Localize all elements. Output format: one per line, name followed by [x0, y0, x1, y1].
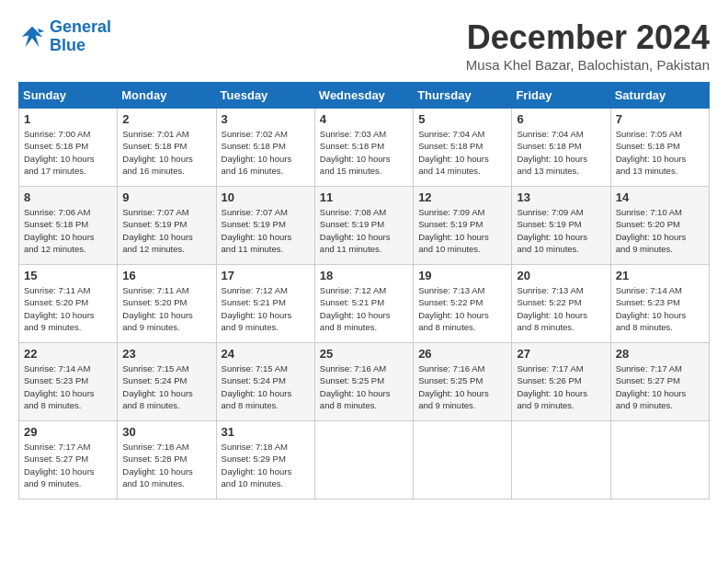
day-info: Sunrise: 7:06 AM Sunset: 5:18 PM Dayligh…: [24, 206, 112, 255]
calendar-header: SundayMondayTuesdayWednesdayThursdayFrid…: [19, 83, 710, 109]
calendar-cell: 24Sunrise: 7:15 AM Sunset: 5:24 PM Dayli…: [216, 343, 314, 421]
day-number: 5: [418, 112, 506, 126]
day-info: Sunrise: 7:16 AM Sunset: 5:25 PM Dayligh…: [320, 362, 408, 411]
weekday-header-thursday: Thursday: [414, 83, 512, 109]
day-info: Sunrise: 7:15 AM Sunset: 5:24 PM Dayligh…: [222, 362, 310, 411]
svg-marker-1: [38, 29, 45, 33]
title-section: December 2024 Musa Khel Bazar, Balochist…: [466, 18, 710, 73]
calendar-week-3: 15Sunrise: 7:11 AM Sunset: 5:20 PM Dayli…: [19, 265, 710, 343]
calendar-cell: 29Sunrise: 7:17 AM Sunset: 5:27 PM Dayli…: [19, 421, 118, 500]
calendar-cell: 25Sunrise: 7:16 AM Sunset: 5:25 PM Dayli…: [314, 343, 413, 421]
day-number: 11: [320, 190, 408, 204]
day-info: Sunrise: 7:02 AM Sunset: 5:18 PM Dayligh…: [222, 128, 310, 177]
calendar-cell: 13Sunrise: 7:09 AM Sunset: 5:19 PM Dayli…: [512, 187, 610, 265]
weekday-header-sunday: Sunday: [19, 83, 118, 109]
day-info: Sunrise: 7:18 AM Sunset: 5:28 PM Dayligh…: [122, 441, 210, 489]
day-number: 15: [24, 269, 112, 282]
calendar-cell: 17Sunrise: 7:12 AM Sunset: 5:21 PM Dayli…: [216, 265, 314, 343]
day-info: Sunrise: 7:10 AM Sunset: 5:20 PM Dayligh…: [616, 206, 704, 255]
day-number: 31: [222, 425, 310, 439]
day-number: 23: [122, 347, 210, 361]
calendar-cell: 15Sunrise: 7:11 AM Sunset: 5:20 PM Dayli…: [19, 265, 118, 343]
day-info: Sunrise: 7:14 AM Sunset: 5:23 PM Dayligh…: [24, 362, 112, 411]
calendar-cell: 6Sunrise: 7:04 AM Sunset: 5:18 PM Daylig…: [512, 109, 610, 187]
calendar-cell: 5Sunrise: 7:04 AM Sunset: 5:18 PM Daylig…: [414, 109, 512, 187]
day-info: Sunrise: 7:18 AM Sunset: 5:29 PM Dayligh…: [222, 441, 310, 489]
day-info: Sunrise: 7:13 AM Sunset: 5:22 PM Dayligh…: [517, 284, 605, 333]
logo-text: General Blue: [50, 18, 111, 55]
day-number: 24: [222, 347, 310, 361]
logo-general: General: [50, 17, 111, 36]
page-header: General Blue December 2024 Musa Khel Baz…: [18, 18, 710, 73]
day-number: 25: [320, 347, 408, 361]
weekday-header-row: SundayMondayTuesdayWednesdayThursdayFrid…: [19, 83, 710, 109]
calendar-cell: [610, 421, 709, 500]
day-info: Sunrise: 7:05 AM Sunset: 5:18 PM Dayligh…: [616, 128, 704, 177]
day-number: 26: [418, 347, 506, 361]
calendar-cell: 1Sunrise: 7:00 AM Sunset: 5:18 PM Daylig…: [19, 109, 118, 187]
calendar-cell: 20Sunrise: 7:13 AM Sunset: 5:22 PM Dayli…: [512, 265, 610, 343]
calendar-cell: 19Sunrise: 7:13 AM Sunset: 5:22 PM Dayli…: [414, 265, 512, 343]
day-number: 19: [418, 269, 506, 282]
calendar-cell: 7Sunrise: 7:05 AM Sunset: 5:18 PM Daylig…: [610, 109, 709, 187]
calendar-cell: 16Sunrise: 7:11 AM Sunset: 5:20 PM Dayli…: [118, 265, 216, 343]
day-info: Sunrise: 7:15 AM Sunset: 5:24 PM Dayligh…: [122, 362, 210, 411]
day-info: Sunrise: 7:17 AM Sunset: 5:27 PM Dayligh…: [24, 441, 112, 489]
calendar-cell: 2Sunrise: 7:01 AM Sunset: 5:18 PM Daylig…: [118, 109, 216, 187]
calendar-cell: 10Sunrise: 7:07 AM Sunset: 5:19 PM Dayli…: [216, 187, 314, 265]
day-number: 18: [320, 269, 408, 282]
day-info: Sunrise: 7:12 AM Sunset: 5:21 PM Dayligh…: [320, 284, 408, 333]
day-info: Sunrise: 7:07 AM Sunset: 5:19 PM Dayligh…: [222, 206, 310, 255]
day-number: 16: [122, 269, 210, 282]
day-number: 30: [122, 425, 210, 439]
day-info: Sunrise: 7:03 AM Sunset: 5:18 PM Dayligh…: [320, 128, 408, 177]
calendar-cell: 18Sunrise: 7:12 AM Sunset: 5:21 PM Dayli…: [314, 265, 413, 343]
day-number: 6: [517, 112, 605, 126]
calendar-cell: [414, 421, 512, 500]
day-number: 20: [517, 269, 605, 282]
calendar-cell: 8Sunrise: 7:06 AM Sunset: 5:18 PM Daylig…: [19, 187, 118, 265]
day-number: 4: [320, 112, 408, 126]
day-info: Sunrise: 7:08 AM Sunset: 5:19 PM Dayligh…: [320, 206, 408, 255]
weekday-header-wednesday: Wednesday: [314, 83, 413, 109]
day-info: Sunrise: 7:17 AM Sunset: 5:27 PM Dayligh…: [616, 362, 704, 411]
day-info: Sunrise: 7:04 AM Sunset: 5:18 PM Dayligh…: [517, 128, 605, 177]
day-info: Sunrise: 7:11 AM Sunset: 5:20 PM Dayligh…: [24, 284, 112, 333]
calendar-week-2: 8Sunrise: 7:06 AM Sunset: 5:18 PM Daylig…: [19, 187, 710, 265]
weekday-header-friday: Friday: [512, 83, 610, 109]
calendar-cell: 9Sunrise: 7:07 AM Sunset: 5:19 PM Daylig…: [118, 187, 216, 265]
day-info: Sunrise: 7:09 AM Sunset: 5:19 PM Dayligh…: [517, 206, 605, 255]
day-number: 3: [222, 112, 310, 126]
day-number: 8: [24, 190, 112, 204]
day-number: 21: [616, 269, 704, 282]
calendar-cell: 22Sunrise: 7:14 AM Sunset: 5:23 PM Dayli…: [19, 343, 118, 421]
day-info: Sunrise: 7:12 AM Sunset: 5:21 PM Dayligh…: [222, 284, 310, 333]
day-number: 14: [616, 190, 704, 204]
weekday-header-tuesday: Tuesday: [216, 83, 314, 109]
day-info: Sunrise: 7:14 AM Sunset: 5:23 PM Dayligh…: [616, 284, 704, 333]
weekday-header-saturday: Saturday: [610, 83, 709, 109]
calendar-cell: 11Sunrise: 7:08 AM Sunset: 5:19 PM Dayli…: [314, 187, 413, 265]
day-number: 28: [616, 347, 704, 361]
day-number: 13: [517, 190, 605, 204]
calendar-body: 1Sunrise: 7:00 AM Sunset: 5:18 PM Daylig…: [19, 109, 710, 500]
calendar-cell: 31Sunrise: 7:18 AM Sunset: 5:29 PM Dayli…: [216, 421, 314, 500]
calendar-cell: 3Sunrise: 7:02 AM Sunset: 5:18 PM Daylig…: [216, 109, 314, 187]
logo: General Blue: [18, 18, 111, 55]
calendar-cell: 23Sunrise: 7:15 AM Sunset: 5:24 PM Dayli…: [118, 343, 216, 421]
calendar-week-4: 22Sunrise: 7:14 AM Sunset: 5:23 PM Dayli…: [19, 343, 710, 421]
day-number: 9: [122, 190, 210, 204]
month-title: December 2024: [466, 18, 710, 57]
day-info: Sunrise: 7:13 AM Sunset: 5:22 PM Dayligh…: [418, 284, 506, 333]
day-info: Sunrise: 7:17 AM Sunset: 5:26 PM Dayligh…: [517, 362, 605, 411]
day-info: Sunrise: 7:07 AM Sunset: 5:19 PM Dayligh…: [122, 206, 210, 255]
day-info: Sunrise: 7:11 AM Sunset: 5:20 PM Dayligh…: [122, 284, 210, 333]
day-number: 22: [24, 347, 112, 361]
calendar-cell: [512, 421, 610, 500]
calendar-cell: 27Sunrise: 7:17 AM Sunset: 5:26 PM Dayli…: [512, 343, 610, 421]
calendar-cell: 28Sunrise: 7:17 AM Sunset: 5:27 PM Dayli…: [610, 343, 709, 421]
logo-icon: [18, 23, 46, 51]
calendar-cell: 21Sunrise: 7:14 AM Sunset: 5:23 PM Dayli…: [610, 265, 709, 343]
weekday-header-monday: Monday: [118, 83, 216, 109]
day-number: 1: [24, 112, 112, 126]
